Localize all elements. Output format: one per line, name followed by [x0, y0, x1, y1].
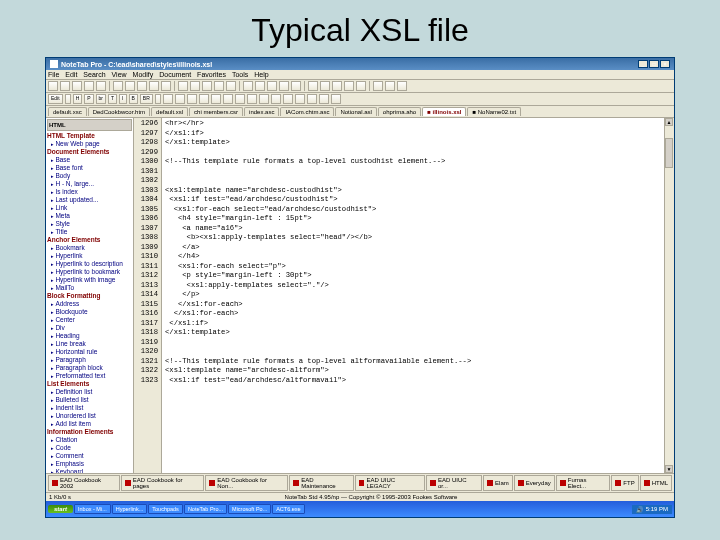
document-tab-active[interactable]: ■ illinois.xsl: [422, 107, 466, 116]
menu-modify[interactable]: Modify: [133, 71, 154, 78]
document-tab[interactable]: default.xsc: [48, 107, 87, 116]
toolbar-button[interactable]: [48, 81, 58, 91]
toolbar-button[interactable]: [373, 81, 383, 91]
document-tab[interactable]: chi members.csr: [189, 107, 243, 116]
sidebar-item[interactable]: Unordered list: [47, 412, 132, 420]
toolbar-button[interactable]: [72, 81, 82, 91]
toolbar-button[interactable]: [235, 94, 245, 104]
format-button[interactable]: H: [73, 94, 83, 104]
taskbar-item[interactable]: ACT6.exe: [272, 504, 304, 514]
sidebar-item[interactable]: Emphasis: [47, 460, 132, 468]
sidebar-item[interactable]: Blockquote: [47, 308, 132, 316]
document-tab[interactable]: DedCookbwcor.htm: [88, 107, 150, 116]
sidebar-item[interactable]: Add list item: [47, 420, 132, 428]
toolbar-button[interactable]: [202, 81, 212, 91]
format-button[interactable]: br: [96, 94, 106, 104]
document-tab[interactable]: ohprima.aho: [378, 107, 421, 116]
sidebar-item[interactable]: Title: [47, 228, 132, 236]
bottom-tab[interactable]: EAD Cookbook for Non...: [205, 475, 288, 491]
sidebar-item[interactable]: MailTo: [47, 284, 132, 292]
minimize-button[interactable]: _: [638, 60, 648, 68]
toolbar-button[interactable]: [175, 94, 185, 104]
taskbar-item[interactable]: Touchpads: [148, 504, 183, 514]
sidebar-item[interactable]: H - N, large...: [47, 180, 132, 188]
sidebar-item[interactable]: Is index: [47, 188, 132, 196]
toolbar-button[interactable]: [331, 94, 341, 104]
scroll-down-arrow[interactable]: ▼: [665, 465, 673, 473]
format-button[interactable]: BR: [140, 94, 153, 104]
toolbar-button[interactable]: [247, 94, 257, 104]
toolbar-button[interactable]: [190, 81, 200, 91]
menu-tools[interactable]: Tools: [232, 71, 248, 78]
menu-search[interactable]: Search: [83, 71, 105, 78]
document-tab[interactable]: IACom.chtm.asc: [280, 107, 334, 116]
toolbar-button[interactable]: [295, 94, 305, 104]
toolbar-button[interactable]: [259, 94, 269, 104]
toolbar-button[interactable]: [344, 81, 354, 91]
sidebar-item[interactable]: New Web page: [47, 140, 132, 148]
menu-view[interactable]: View: [112, 71, 127, 78]
toolbar-button[interactable]: [356, 81, 366, 91]
scroll-thumb[interactable]: [665, 138, 673, 168]
taskbar-item[interactable]: NoteTab Pro...: [184, 504, 227, 514]
sidebar-item[interactable]: Citation: [47, 436, 132, 444]
format-button[interactable]: B: [129, 94, 138, 104]
sidebar-item[interactable]: Base: [47, 156, 132, 164]
menu-help[interactable]: Help: [254, 71, 268, 78]
toolbar-button[interactable]: [332, 81, 342, 91]
sidebar-item[interactable]: Code: [47, 444, 132, 452]
bottom-tab[interactable]: HTML: [640, 475, 672, 491]
toolbar-button[interactable]: [223, 94, 233, 104]
sidebar-item[interactable]: Hyperlink with image: [47, 276, 132, 284]
sidebar-item[interactable]: Bookmark: [47, 244, 132, 252]
format-button[interactable]: [65, 94, 71, 104]
bottom-tab[interactable]: EAD Maintenance: [289, 475, 353, 491]
start-button[interactable]: start: [48, 505, 73, 513]
menu-edit[interactable]: Edit: [65, 71, 77, 78]
toolbar-button[interactable]: [267, 81, 277, 91]
toolbar-button[interactable]: [283, 94, 293, 104]
taskbar-item[interactable]: Microsoft Po...: [228, 504, 271, 514]
bottom-tab[interactable]: Everyday: [514, 475, 555, 491]
toolbar-button[interactable]: [397, 81, 407, 91]
document-tab[interactable]: ■ NoName02.txt: [467, 107, 521, 116]
sidebar-item[interactable]: Heading: [47, 332, 132, 340]
document-tab[interactable]: default.xsl: [151, 107, 188, 116]
sidebar-item[interactable]: Preformatted text: [47, 372, 132, 380]
sidebar-item[interactable]: Body: [47, 172, 132, 180]
sidebar-item[interactable]: Horizontal rule: [47, 348, 132, 356]
sidebar-item[interactable]: Paragraph block: [47, 364, 132, 372]
menu-document[interactable]: Document: [159, 71, 191, 78]
sidebar-item[interactable]: Definition list: [47, 388, 132, 396]
sidebar-item[interactable]: Indent list: [47, 404, 132, 412]
code-area[interactable]: <hr></hr> </xsl:if> </xsl:template> <!--…: [162, 118, 664, 473]
bottom-tab[interactable]: EAD UIUC LEGACY: [355, 475, 425, 491]
sidebar-item[interactable]: Link: [47, 204, 132, 212]
sidebar-item[interactable]: Base font: [47, 164, 132, 172]
toolbar-button[interactable]: [214, 81, 224, 91]
scroll-up-arrow[interactable]: ▲: [665, 118, 673, 126]
taskbar-item[interactable]: Hyperlink...: [112, 504, 148, 514]
bottom-tab[interactable]: Elam: [483, 475, 513, 491]
sidebar-item[interactable]: Div: [47, 324, 132, 332]
toolbar-button[interactable]: [385, 81, 395, 91]
toolbar-button[interactable]: [279, 81, 289, 91]
toolbar-button[interactable]: [243, 81, 253, 91]
toolbar-button[interactable]: [271, 94, 281, 104]
code-editor[interactable]: 1296 1297 1298 1299 1300 1301 1302 1303 …: [134, 118, 674, 473]
maximize-button[interactable]: □: [649, 60, 659, 68]
toolbar-button[interactable]: [187, 94, 197, 104]
toolbar-button[interactable]: [178, 81, 188, 91]
format-button[interactable]: [155, 94, 161, 104]
toolbar-button[interactable]: [291, 81, 301, 91]
sidebar-item[interactable]: Paragraph: [47, 356, 132, 364]
close-button[interactable]: ×: [660, 60, 670, 68]
vertical-scrollbar[interactable]: ▲ ▼: [664, 118, 674, 473]
sidebar-item[interactable]: Style: [47, 220, 132, 228]
toolbar-button[interactable]: [60, 81, 70, 91]
format-button[interactable]: Edit: [48, 94, 63, 104]
toolbar-button[interactable]: [161, 81, 171, 91]
toolbar-button[interactable]: [163, 94, 173, 104]
sidebar-item[interactable]: Hyperlink to description: [47, 260, 132, 268]
toolbar-button[interactable]: [319, 94, 329, 104]
